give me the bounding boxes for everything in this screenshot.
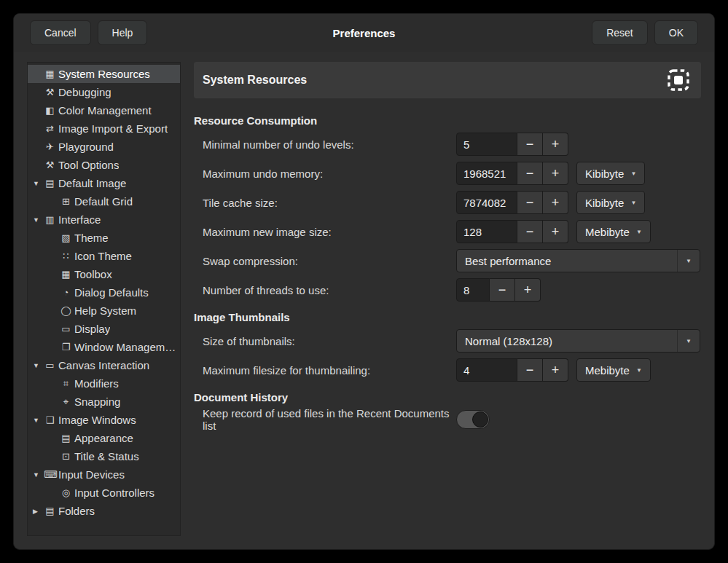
minus-icon: − xyxy=(526,167,534,180)
tools-icon: ⚒ xyxy=(44,160,56,170)
thumbnail-size-dropdown[interactable]: Normal (128x128) ▼ xyxy=(456,329,700,353)
chevron-down-icon: ▼ xyxy=(630,200,636,206)
section-document-history: Document History xyxy=(194,391,701,403)
tile-cache-decrement-button[interactable]: − xyxy=(517,191,543,214)
minus-icon: − xyxy=(526,225,534,238)
sidebar-item-label: Snapping xyxy=(74,395,120,408)
expander-expanded-icon[interactable]: ▼ xyxy=(33,180,44,187)
titlebar-left-buttons: Cancel Help xyxy=(30,20,147,45)
plus-icon: + xyxy=(552,138,560,151)
theme-icon: ▧ xyxy=(60,232,72,243)
sidebar-item-modifiers[interactable]: ⌗ Modifiers xyxy=(28,374,180,393)
sidebar-item-help-system[interactable]: ◯ Help System xyxy=(28,302,180,320)
sidebar-item-appearance[interactable]: ▤ Appearance xyxy=(28,429,180,447)
undo-levels-input[interactable] xyxy=(456,133,517,156)
main-area: ▦ System Resources ⚒ Debugging ◧ Color M… xyxy=(14,52,714,549)
sidebar-item-label: Display xyxy=(74,323,110,335)
color-management-icon: ◧ xyxy=(44,105,56,116)
undo-memory-decrement-button[interactable]: − xyxy=(517,162,543,185)
thumbnail-size-label: Size of thumbnails: xyxy=(194,335,456,347)
max-image-size-increment-button[interactable]: + xyxy=(543,220,568,243)
undo-memory-increment-button[interactable]: + xyxy=(543,162,568,185)
dropdown-arrow-area: ▼ xyxy=(677,330,700,352)
undo-memory-unit-dropdown[interactable]: Kibibyte ▼ xyxy=(576,162,645,185)
row-threads: Number of threads to use: − + xyxy=(194,275,701,304)
threads-decrement-button[interactable]: − xyxy=(490,278,515,302)
sidebar-item-toolbox[interactable]: ▦ Toolbox xyxy=(28,265,180,283)
thumbnail-filesize-spinner: − + xyxy=(456,358,568,382)
sidebar-item-system-resources[interactable]: ▦ System Resources xyxy=(28,65,180,83)
tile-cache-spinner: − + xyxy=(456,191,568,214)
window-management-icon: ❐ xyxy=(60,342,72,353)
expander-expanded-icon[interactable]: ▼ xyxy=(33,471,44,479)
tile-cache-label: Tile cache size: xyxy=(194,197,456,209)
threads-input[interactable] xyxy=(456,278,490,302)
appearance-icon: ▤ xyxy=(60,433,72,444)
thumbnail-filesize-decrement-button[interactable]: − xyxy=(517,358,543,382)
sidebar-item-label: Tool Options xyxy=(58,159,119,171)
thumbnail-filesize-increment-button[interactable]: + xyxy=(543,358,568,382)
thumbnail-filesize-unit-dropdown[interactable]: Mebibyte ▼ xyxy=(576,358,651,382)
expander-expanded-icon[interactable]: ▼ xyxy=(33,216,44,224)
sidebar-item-playground[interactable]: ✈ Playground xyxy=(28,138,180,156)
expander-expanded-icon[interactable]: ▼ xyxy=(33,362,44,369)
swap-compression-dropdown[interactable]: Best performance ▼ xyxy=(456,249,700,272)
tile-cache-unit-dropdown[interactable]: Kibibyte ▼ xyxy=(576,191,645,214)
sidebar-item-canvas-interaction[interactable]: ▼ ▭ Canvas Interaction xyxy=(28,356,180,374)
content-header: System Resources xyxy=(194,62,701,98)
sidebar-item-theme[interactable]: ▧ Theme xyxy=(28,229,180,247)
cancel-button[interactable]: Cancel xyxy=(30,20,91,45)
sidebar-item-label: Image Import & Export xyxy=(58,122,168,135)
sidebar-item-dialog-defaults[interactable]: ◔ Dialog Defaults xyxy=(28,283,180,302)
threads-spinner: − + xyxy=(456,278,541,302)
threads-increment-button[interactable]: + xyxy=(515,278,541,302)
sidebar-item-snapping[interactable]: ⌖ Snapping xyxy=(28,393,180,411)
reset-button[interactable]: Reset xyxy=(592,20,648,45)
sidebar-item-debugging[interactable]: ⚒ Debugging xyxy=(28,83,180,101)
titlebar: Cancel Help Preferences Reset OK xyxy=(14,14,714,52)
sidebar-item-input-controllers[interactable]: ◎ Input Controllers xyxy=(28,484,180,502)
sidebar-item-interface[interactable]: ▼ ▥ Interface xyxy=(28,210,180,229)
undo-memory-input[interactable] xyxy=(456,162,517,185)
interface-icon: ▥ xyxy=(44,214,56,225)
sidebar-item-default-image[interactable]: ▼ ▤ Default Image xyxy=(28,174,180,192)
sidebar-item-tool-options[interactable]: ⚒ Tool Options xyxy=(28,156,180,174)
tile-cache-increment-button[interactable]: + xyxy=(543,191,568,214)
window-title: Preferences xyxy=(333,27,396,39)
sidebar-item-title-status[interactable]: ⊡ Title & Status xyxy=(28,447,180,465)
max-image-size-unit-dropdown[interactable]: Mebibyte ▼ xyxy=(576,220,651,243)
canvas-icon: ▭ xyxy=(44,360,56,371)
sidebar-item-icon-theme[interactable]: ∷ Icon Theme xyxy=(28,247,180,265)
sidebar-item-input-devices[interactable]: ▼ ⌨ Input Devices xyxy=(28,465,180,484)
sidebar-item-folders[interactable]: ▶ ▤ Folders xyxy=(28,502,180,520)
section-image-thumbnails: Image Thumbnails xyxy=(194,311,701,323)
expander-expanded-icon[interactable]: ▼ xyxy=(33,417,44,424)
sidebar-item-label: Appearance xyxy=(74,432,133,444)
row-undo-levels: Minimal number of undo levels: − + xyxy=(194,130,701,159)
minus-icon: − xyxy=(498,283,506,296)
sidebar-item-color-management[interactable]: ◧ Color Management xyxy=(28,101,180,119)
max-image-size-input[interactable] xyxy=(456,220,517,243)
sidebar-item-window-management[interactable]: ❐ Window Management xyxy=(28,338,180,356)
undo-levels-decrement-button[interactable]: − xyxy=(517,133,543,156)
sidebar-item-label: Input Controllers xyxy=(74,487,154,499)
sidebar-item-label: Help System xyxy=(74,304,136,317)
thumbnail-filesize-input[interactable] xyxy=(456,358,517,382)
max-image-size-decrement-button[interactable]: − xyxy=(517,220,543,243)
sidebar-item-display[interactable]: ▭ Display xyxy=(28,320,180,338)
image-icon: ▤ xyxy=(44,178,56,189)
undo-levels-increment-button[interactable]: + xyxy=(543,133,568,156)
sidebar-item-default-grid[interactable]: ⊞ Default Grid xyxy=(28,192,180,210)
ok-button[interactable]: OK xyxy=(654,20,698,45)
keep-record-toggle[interactable] xyxy=(456,410,490,429)
tile-cache-input[interactable] xyxy=(456,191,517,214)
plus-icon: + xyxy=(524,283,532,296)
page-title: System Resources xyxy=(203,74,665,87)
icon-theme-icon: ∷ xyxy=(60,251,72,261)
display-icon: ▭ xyxy=(60,323,72,334)
sidebar-item-image-import-export[interactable]: ⇄ Image Import & Export xyxy=(28,119,180,138)
sidebar-item-image-windows[interactable]: ▼ ❑ Image Windows xyxy=(28,411,180,429)
swap-compression-value: Best performance xyxy=(457,255,677,267)
expander-collapsed-icon[interactable]: ▶ xyxy=(33,508,44,515)
help-button[interactable]: Help xyxy=(98,20,148,45)
